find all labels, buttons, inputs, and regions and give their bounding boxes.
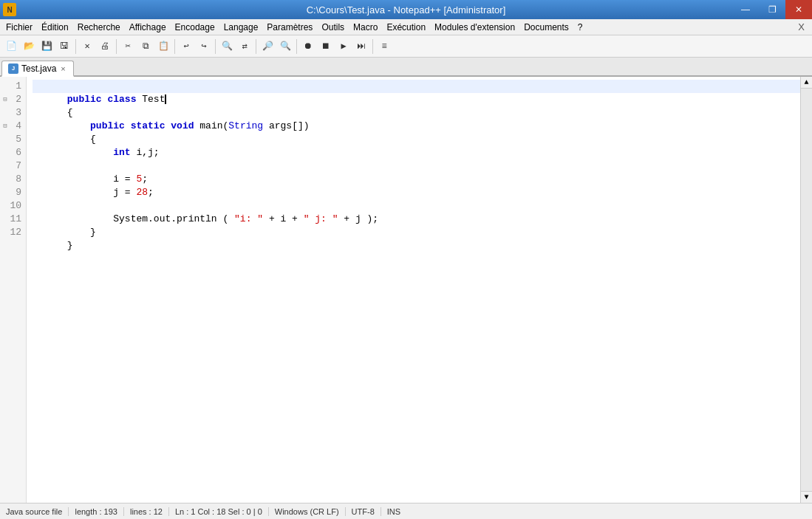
close-button[interactable]: ✕ (785, 0, 812, 19)
macro-save-button[interactable]: ⏭ (353, 38, 369, 55)
minimize-button[interactable]: — (732, 0, 759, 19)
zoom-in-button[interactable]: 🔎 (259, 38, 276, 55)
redo-button[interactable]: ↪ (196, 38, 212, 55)
app-icon: N (3, 3, 16, 16)
toolbar: 📄 📂 💾 🖫 ✕ 🖨 ✂ ⧉ 📋 ↩ ↪ 🔍 ⇄ 🔎 🔍 ⏺ ⏹ ▶ ⏭ ≡ (0, 35, 812, 58)
macro-stop-button[interactable]: ⏹ (318, 38, 334, 55)
tab-close-button[interactable]: × (59, 64, 66, 73)
title-bar: N C:\Cours\Test.java - Notepad++ [Admini… (0, 0, 812, 19)
line-num-1: 1 (0, 80, 26, 93)
scroll-down-arrow[interactable]: ▼ (801, 491, 813, 503)
code-line-5: int i,j; (33, 133, 800, 146)
scroll-up-arrow[interactable]: ▲ (801, 77, 813, 89)
tab-test-java[interactable]: J Test.java × (1, 61, 74, 77)
line-num-2: ⊟ 2 (0, 93, 26, 106)
toolbar-sep-5 (256, 39, 256, 54)
menu-encodage[interactable]: Encodage (171, 21, 219, 34)
status-lines: lines : 12 (124, 507, 169, 516)
close-button[interactable]: ✕ (79, 38, 95, 55)
menu-bar: Fichier Édition Recherche Affichage Enco… (0, 19, 812, 35)
zoom-out-button[interactable]: 🔍 (277, 38, 293, 55)
paste-button[interactable]: 📋 (155, 38, 171, 55)
find-replace-button[interactable]: ⇄ (236, 38, 253, 55)
window-controls: — ❐ ✕ (732, 0, 812, 19)
menu-close-x[interactable]: X (792, 20, 811, 34)
status-line-ending: Windows (CR LF) (269, 507, 346, 516)
line-num-7: 7 (0, 159, 26, 173)
new-button[interactable]: 📄 (3, 38, 19, 55)
line-num-4: ⊟ 4 (0, 120, 26, 133)
menu-documents[interactable]: Documents (519, 21, 573, 34)
fold-icon-4[interactable]: ⊟ (0, 121, 10, 131)
status-position: Ln : 1 Col : 18 Sel : 0 | 0 (169, 507, 269, 516)
menu-help[interactable]: ? (573, 21, 587, 34)
menu-affichage[interactable]: Affichage (125, 21, 171, 34)
java-file-icon: J (8, 63, 18, 74)
right-scrollbar[interactable]: ▲ ▼ (800, 77, 812, 503)
toolbar-sep-4 (215, 39, 216, 54)
menu-outils[interactable]: Outils (317, 21, 349, 34)
tab-bar: J Test.java × (0, 58, 812, 77)
editor-container: 1 ⊟ 2 3 ⊟ 4 5 6 7 8 9 10 11 12 public cl… (0, 77, 812, 503)
menu-macro[interactable]: Macro (349, 21, 382, 34)
tab-label: Test.java (21, 63, 56, 74)
save-all-button[interactable]: 🖫 (56, 38, 72, 55)
code-line-12: } (33, 226, 800, 239)
toolbar-sep-1 (75, 39, 76, 54)
line-num-5: 5 (0, 133, 26, 146)
macro-rec-button[interactable]: ⏺ (300, 38, 316, 55)
code-line-7: i = 5; (33, 159, 800, 173)
open-button[interactable]: 📂 (21, 38, 37, 55)
cut-button[interactable]: ✂ (120, 38, 136, 55)
code-line-3: public static void main(String args[]) (33, 106, 800, 120)
menu-fichier[interactable]: Fichier (1, 21, 37, 34)
line-num-11: 11 (0, 213, 26, 226)
menu-recherche[interactable]: Recherche (73, 21, 125, 34)
copy-button[interactable]: ⧉ (137, 38, 154, 55)
line-num-6: 6 (0, 146, 26, 159)
menu-modules[interactable]: Modules d'extension (430, 21, 519, 34)
status-filetype: Java source file (6, 507, 69, 516)
status-encoding: UTF-8 (346, 507, 381, 516)
save-button[interactable]: 💾 (38, 38, 55, 55)
status-length: length : 193 (69, 507, 124, 516)
macro-play-button[interactable]: ▶ (335, 38, 352, 55)
code-line-10: System.out.println ( "i: " + i + " j: " … (33, 199, 800, 213)
menu-parametres[interactable]: Paramètres (262, 21, 317, 34)
code-line-1: public class Test (33, 80, 800, 93)
toolbar-sep-2 (116, 39, 117, 54)
status-bar: Java source file length : 193 lines : 12… (0, 503, 812, 519)
code-area[interactable]: public class Test { public static void m… (27, 77, 800, 503)
line-num-12: 12 (0, 226, 26, 239)
menu-edition[interactable]: Édition (37, 21, 73, 34)
undo-button[interactable]: ↩ (178, 38, 194, 55)
scroll-track[interactable] (801, 89, 813, 491)
toolbar-sep-6 (296, 39, 297, 54)
menu-execution[interactable]: Exécution (382, 21, 430, 34)
find-button[interactable]: 🔍 (219, 38, 235, 55)
window-title: C:\Cours\Test.java - Notepad++ [Administ… (307, 4, 506, 16)
text-cursor (165, 94, 166, 104)
line-num-8: 8 (0, 173, 26, 186)
menu-langage[interactable]: Langage (219, 21, 263, 34)
line-num-9: 9 (0, 186, 26, 199)
line-num-10: 10 (0, 199, 26, 213)
line-numbers: 1 ⊟ 2 3 ⊟ 4 5 6 7 8 9 10 11 12 (0, 77, 27, 503)
print-button[interactable]: 🖨 (97, 38, 113, 55)
syntax-toggle[interactable]: ≡ (376, 38, 392, 55)
line-num-3: 3 (0, 106, 26, 120)
toolbar-sep-3 (174, 39, 175, 54)
toolbar-sep-7 (372, 39, 373, 54)
restore-button[interactable]: ❐ (759, 0, 785, 19)
fold-icon-2[interactable]: ⊟ (0, 94, 10, 105)
status-mode: INS (381, 507, 406, 516)
